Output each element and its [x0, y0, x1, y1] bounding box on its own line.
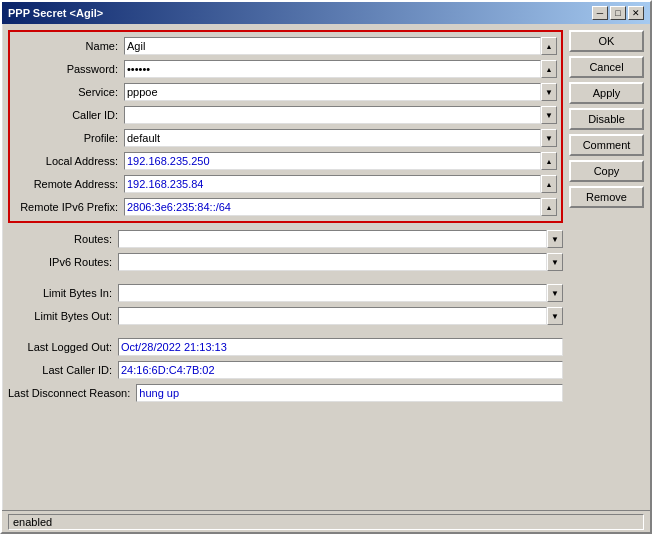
- service-dropdown-btn[interactable]: ▼: [541, 83, 557, 101]
- routes-input-wrap: ▼: [118, 230, 563, 248]
- remote-ipv6-input-wrap: ▲: [124, 198, 557, 216]
- last-disconnect-label: Last Disconnect Reason:: [8, 387, 136, 399]
- last-disconnect-row: Last Disconnect Reason:: [8, 383, 563, 403]
- limit-bytes-in-row: Limit Bytes In: ▼: [8, 283, 563, 303]
- profile-input-wrap: ▼: [124, 129, 557, 147]
- title-bar-buttons: ─ □ ✕: [592, 6, 644, 20]
- status-bar: enabled: [2, 510, 650, 532]
- last-logged-out-row: Last Logged Out:: [8, 337, 563, 357]
- ipv6-routes-input-wrap: ▼: [118, 253, 563, 271]
- limit-bytes-in-wrap: ▼: [118, 284, 563, 302]
- window-title: PPP Secret <Agil>: [8, 7, 103, 19]
- apply-button[interactable]: Apply: [569, 82, 644, 104]
- ipv6-routes-input[interactable]: [118, 253, 547, 271]
- limit-bytes-in-label: Limit Bytes In:: [8, 287, 118, 299]
- window-content: Name: ▲ Password: ▲ Service:: [2, 24, 650, 510]
- maximize-button[interactable]: □: [610, 6, 626, 20]
- password-label: Password:: [14, 63, 124, 75]
- remote-address-scroll-up[interactable]: ▲: [541, 175, 557, 193]
- remote-ipv6-scroll-up[interactable]: ▲: [541, 198, 557, 216]
- password-row: Password: ▲: [14, 59, 557, 79]
- caller-id-input-wrap: ▼: [124, 106, 557, 124]
- status-panel: enabled: [8, 514, 644, 530]
- routes-row: Routes: ▼: [8, 229, 563, 249]
- form-area: Name: ▲ Password: ▲ Service:: [8, 30, 563, 504]
- remote-address-label: Remote Address:: [14, 178, 124, 190]
- service-input-wrap: ▼: [124, 83, 557, 101]
- local-address-row: Local Address: ▲: [14, 151, 557, 171]
- profile-input[interactable]: [124, 129, 541, 147]
- last-logged-out-wrap: [118, 338, 563, 356]
- last-caller-id-label: Last Caller ID:: [8, 364, 118, 376]
- remote-ipv6-input[interactable]: [124, 198, 541, 216]
- last-caller-id-wrap: [118, 361, 563, 379]
- remote-address-input-wrap: ▲: [124, 175, 557, 193]
- profile-dropdown-btn[interactable]: ▼: [541, 129, 557, 147]
- limit-bytes-in-dropdown-btn[interactable]: ▼: [547, 284, 563, 302]
- service-row: Service: ▼: [14, 82, 557, 102]
- routes-input[interactable]: [118, 230, 547, 248]
- last-disconnect-input[interactable]: [136, 384, 563, 402]
- local-address-input-wrap: ▲: [124, 152, 557, 170]
- remote-address-input[interactable]: [124, 175, 541, 193]
- name-row: Name: ▲: [14, 36, 557, 56]
- limit-bytes-out-label: Limit Bytes Out:: [8, 310, 118, 322]
- caller-id-dropdown-btn[interactable]: ▼: [541, 106, 557, 124]
- limit-bytes-out-input[interactable]: [118, 307, 547, 325]
- name-input-wrap: ▲: [124, 37, 557, 55]
- profile-row: Profile: ▼: [14, 128, 557, 148]
- remove-button[interactable]: Remove: [569, 186, 644, 208]
- remote-ipv6-row: Remote IPv6 Prefix: ▲: [14, 197, 557, 217]
- local-address-input[interactable]: [124, 152, 541, 170]
- service-label: Service:: [14, 86, 124, 98]
- comment-button[interactable]: Comment: [569, 134, 644, 156]
- routes-label: Routes:: [8, 233, 118, 245]
- limit-bytes-out-wrap: ▼: [118, 307, 563, 325]
- local-address-scroll-up[interactable]: ▲: [541, 152, 557, 170]
- limit-bytes-in-input[interactable]: [118, 284, 547, 302]
- last-caller-id-input[interactable]: [118, 361, 563, 379]
- caller-id-row: Caller ID: ▼: [14, 105, 557, 125]
- divider1: [8, 277, 563, 278]
- ok-button[interactable]: OK: [569, 30, 644, 52]
- close-button[interactable]: ✕: [628, 6, 644, 20]
- cancel-button[interactable]: Cancel: [569, 56, 644, 78]
- ipv6-routes-row: IPv6 Routes: ▼: [8, 252, 563, 272]
- caller-id-label: Caller ID:: [14, 109, 124, 121]
- local-address-label: Local Address:: [14, 155, 124, 167]
- limit-bytes-out-row: Limit Bytes Out: ▼: [8, 306, 563, 326]
- remote-ipv6-label: Remote IPv6 Prefix:: [14, 201, 124, 213]
- remote-address-row: Remote Address: ▲: [14, 174, 557, 194]
- password-input[interactable]: [124, 60, 541, 78]
- limit-bytes-out-dropdown-btn[interactable]: ▼: [547, 307, 563, 325]
- name-scroll-up[interactable]: ▲: [541, 37, 557, 55]
- ipv6-routes-label: IPv6 Routes:: [8, 256, 118, 268]
- password-scroll-up[interactable]: ▲: [541, 60, 557, 78]
- routes-dropdown-btn[interactable]: ▼: [547, 230, 563, 248]
- lower-section: Routes: ▼ IPv6 Routes: ▼: [8, 229, 563, 403]
- button-panel: OK Cancel Apply Disable Comment Copy Rem…: [569, 30, 644, 504]
- divider2: [8, 331, 563, 332]
- last-caller-id-row: Last Caller ID:: [8, 360, 563, 380]
- status-text: enabled: [13, 516, 52, 528]
- last-logged-out-label: Last Logged Out:: [8, 341, 118, 353]
- last-disconnect-wrap: [136, 384, 563, 402]
- main-window: PPP Secret <Agil> ─ □ ✕ Name: ▲ P: [0, 0, 652, 534]
- highlighted-section: Name: ▲ Password: ▲ Service:: [8, 30, 563, 223]
- name-label: Name:: [14, 40, 124, 52]
- last-logged-out-input[interactable]: [118, 338, 563, 356]
- title-bar: PPP Secret <Agil> ─ □ ✕: [2, 2, 650, 24]
- disable-button[interactable]: Disable: [569, 108, 644, 130]
- copy-button[interactable]: Copy: [569, 160, 644, 182]
- ipv6-routes-dropdown-btn[interactable]: ▼: [547, 253, 563, 271]
- minimize-button[interactable]: ─: [592, 6, 608, 20]
- caller-id-input[interactable]: [124, 106, 541, 124]
- password-input-wrap: ▲: [124, 60, 557, 78]
- service-input[interactable]: [124, 83, 541, 101]
- profile-label: Profile:: [14, 132, 124, 144]
- name-input[interactable]: [124, 37, 541, 55]
